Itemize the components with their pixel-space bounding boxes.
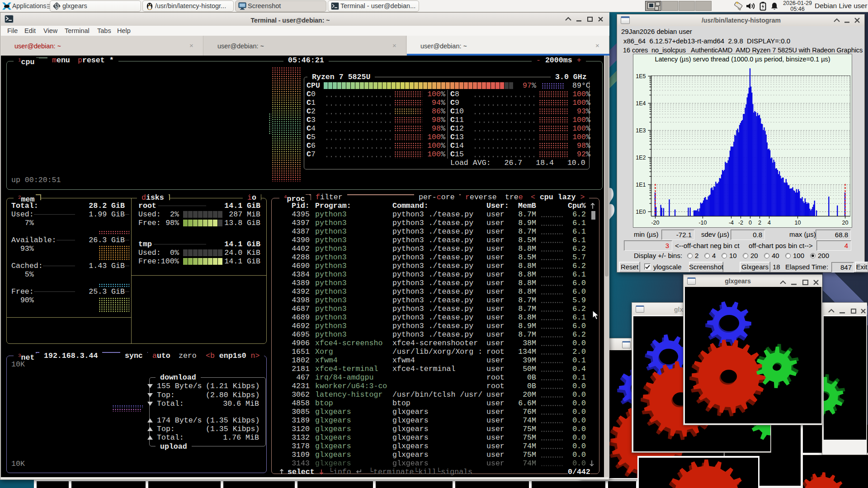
svg-text:1E4: 1E4	[636, 100, 646, 107]
svg-text:10: 10	[795, 220, 801, 226]
svg-text:0: 0	[749, 220, 752, 226]
svg-text:1E0: 1E0	[636, 209, 646, 215]
svg-text:-2: -2	[738, 220, 743, 226]
svg-text:-20: -20	[651, 220, 659, 226]
svg-text:1E5: 1E5	[636, 73, 646, 80]
svg-text:-4: -4	[729, 220, 734, 226]
svg-text:1E1: 1E1	[636, 182, 646, 188]
svg-text:1E2: 1E2	[636, 155, 646, 161]
svg-text:18: 18	[56, 6, 59, 9]
svg-text:4: 4	[768, 220, 771, 226]
svg-text:-10: -10	[698, 220, 707, 226]
svg-text:2: 2	[758, 220, 761, 226]
svg-text:1E3: 1E3	[636, 127, 646, 134]
svg-text:20: 20	[842, 220, 849, 226]
